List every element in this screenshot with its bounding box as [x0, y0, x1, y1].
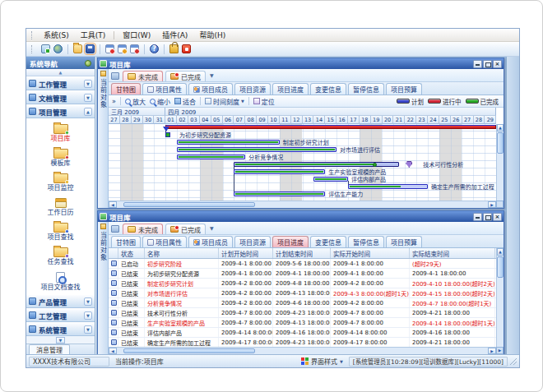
minimize-button[interactable] — [473, 213, 482, 221]
save-button[interactable] — [86, 44, 95, 53]
panel-tab-1[interactable]: 项目属性 — [142, 236, 187, 247]
gantt-bar[interactable] — [234, 169, 325, 174]
minimize-button[interactable] — [473, 60, 482, 68]
column-header-2[interactable]: 计划开始时间 — [219, 248, 273, 258]
scroll-thumb[interactable] — [497, 256, 504, 278]
scroll-right-icon[interactable]: ▶ — [488, 201, 496, 208]
panel-tab-4[interactable]: 项目进度 — [272, 83, 309, 95]
panel-tab-5[interactable]: 变更信息 — [310, 83, 346, 95]
chevron-icon[interactable]: ▼ — [84, 311, 92, 320]
panel-tab-2[interactable]: 项目成员 — [188, 236, 233, 247]
chevron-icon[interactable]: ▼ — [84, 297, 92, 306]
resize-grip[interactable] — [510, 358, 517, 365]
lock-icon[interactable] — [169, 44, 179, 53]
panel-tab-3[interactable]: 项目资源 — [234, 83, 271, 95]
scroll-thumb[interactable] — [123, 202, 255, 207]
scroll-thumb[interactable] — [497, 132, 504, 154]
panel-tab-4[interactable]: 项目进度 — [272, 236, 309, 247]
chevron-icon[interactable]: ▼ — [84, 80, 92, 88]
message-management-tab[interactable]: 消息管理 — [29, 344, 70, 354]
sidebar-item-link[interactable]: 项目文档查找 — [26, 269, 95, 293]
sidebar-group[interactable]: 产品管理▼ — [26, 294, 95, 308]
project-edit-icon[interactable] — [118, 44, 127, 53]
gantt-bar[interactable] — [234, 191, 325, 196]
panel-tab-7[interactable]: 项目预算 — [386, 83, 422, 95]
panel-tab-0[interactable]: 甘特图 — [111, 236, 141, 247]
close-button[interactable]: × — [493, 60, 502, 68]
table-row[interactable]: 已结束技术可行性分析2009-4-7 8:00:002009-4-23 18:0… — [109, 308, 496, 318]
scroll-left-icon[interactable]: ◀ — [109, 201, 117, 208]
table-row[interactable]: 已结束生产实验室规模的产品2009-4-7 8:00:002009-4-13 1… — [109, 318, 496, 328]
gantt-bar[interactable] — [313, 177, 348, 182]
pin-icon[interactable] — [85, 60, 91, 67]
table-vscrollbar[interactable]: ▲▼ — [496, 248, 504, 354]
sidebar-group[interactable]: 工艺管理▼ — [26, 308, 95, 322]
scroll-up-icon[interactable]: ▲ — [497, 124, 504, 131]
sidebar-item-link[interactable]: 任务查找 — [26, 244, 95, 269]
open-folder-button[interactable] — [73, 44, 82, 53]
table-row[interactable]: 已结束对市场进行评估2009-4-2 8:00:002009-4-13 18:0… — [109, 288, 496, 298]
maximize-button[interactable] — [483, 213, 492, 221]
table-row[interactable]: 已启动初步研究阶段2009-4-1 8:00:002009-5-6 18:00:… — [109, 259, 496, 269]
sidebar-group[interactable]: 文档管理▼ — [26, 90, 95, 104]
web-icon[interactable] — [53, 44, 63, 53]
sidebar-item-link[interactable]: 工作日历 — [26, 195, 95, 219]
project-remove-icon[interactable] — [130, 44, 139, 53]
zoom-out-button[interactable]: 缩小 — [150, 97, 170, 106]
chevron-icon[interactable]: ▲ — [84, 108, 92, 116]
panel-tab-7[interactable]: 项目预算 — [386, 236, 422, 247]
table-row[interactable]: 已结束确定生产所需的加工过程2009-4-17 8:00:002009-4-23… — [109, 338, 496, 347]
sidebar-item-link[interactable]: 模板库 — [26, 145, 95, 170]
gantt-window-titlebar[interactable]: 项目库 × — [98, 58, 504, 69]
sidebar-item-link[interactable]: 项目监控 — [26, 170, 95, 195]
scroll-left-icon[interactable]: ◀ — [109, 348, 117, 354]
table-row[interactable]: 已结束为初步研究分配资源2009-4-1 8:00:002009-4-1 18:… — [109, 269, 496, 279]
panel-tab-6[interactable]: 暂停信息 — [348, 83, 384, 95]
scroll-right-icon[interactable]: ▶ — [488, 348, 496, 354]
side-strip[interactable]: 当前对象 — [98, 69, 109, 208]
gantt-vscrollbar[interactable]: ▲▼ — [496, 124, 504, 208]
zoom-in-button[interactable]: 放大 — [125, 97, 146, 106]
locate-button[interactable]: 定位 — [253, 97, 275, 106]
fit-button[interactable]: 适合 — [174, 97, 196, 106]
table-row[interactable]: 已结束评估内部产品2009-4-14 8:00:002009-4-16 18:0… — [109, 328, 496, 338]
sidebar-item-link[interactable]: 项目查找 — [26, 219, 95, 244]
maximize-button[interactable] — [483, 60, 492, 68]
table-window-titlebar[interactable]: 项目库 × — [98, 211, 504, 222]
tab-overflow-icon[interactable]: ▼ — [210, 72, 214, 78]
folder-tab[interactable]: 未完成 — [123, 224, 163, 234]
sidebar-group[interactable]: 系统管理▼ — [26, 322, 95, 336]
chevron-icon[interactable]: ▼ — [84, 325, 92, 334]
menu-item[interactable]: 插件(A) — [156, 29, 193, 41]
exit-icon[interactable] — [182, 44, 191, 53]
scroll-up-icon[interactable]: ▲ — [497, 248, 504, 256]
scroll-thumb[interactable] — [123, 348, 255, 353]
panel-tab-2[interactable]: 项目成员 — [188, 83, 233, 95]
column-header-0[interactable]: 状态 — [118, 248, 145, 258]
project-add-icon[interactable] — [105, 44, 114, 53]
chevron-icon[interactable]: ▼ — [84, 94, 92, 102]
table-hscrollbar[interactable]: ◀▶ — [109, 347, 496, 354]
more-button[interactable]: » — [112, 98, 116, 105]
gantt-bar[interactable] — [177, 154, 245, 159]
gantt-bar[interactable] — [177, 147, 336, 152]
time-scale-button[interactable]: 时间刻度▼ — [205, 97, 244, 106]
sidebar-overflow-icon[interactable]: ▼ — [56, 337, 65, 344]
panel-tab-5[interactable]: 变更信息 — [310, 236, 346, 247]
help-icon[interactable]: ? — [150, 44, 159, 53]
gantt-bar[interactable] — [177, 140, 280, 145]
table-row[interactable]: 已结束制定初步研究计划2009-4-2 8:00:002009-4-8 18:0… — [109, 279, 496, 288]
column-header-1[interactable]: 名称 — [145, 248, 219, 258]
column-header-3[interactable]: 计划结束时间 — [273, 248, 331, 258]
panel-tab-0[interactable]: 甘特图 — [111, 83, 141, 95]
panel-tab-3[interactable]: 项目资源 — [234, 236, 271, 247]
sidebar-item-active[interactable]: 项目库 — [26, 121, 95, 145]
table-row[interactable]: 已结束分析竞争情况2009-4-2 8:00:002009-4-6 18:00:… — [109, 298, 496, 308]
panel-tab-1[interactable]: 项目属性 — [142, 83, 187, 95]
sidebar-group[interactable]: 项目管理▲ — [26, 104, 95, 118]
style-selector[interactable]: 界面样式 ▼ — [298, 357, 346, 367]
column-header-5[interactable]: 实际结束时间 — [410, 248, 495, 258]
gantt-hscrollbar[interactable]: ◀▶ — [109, 201, 496, 208]
menu-item[interactable]: 窗口(W) — [117, 29, 156, 41]
column-header-4[interactable]: 实际开始时间 — [331, 248, 410, 258]
